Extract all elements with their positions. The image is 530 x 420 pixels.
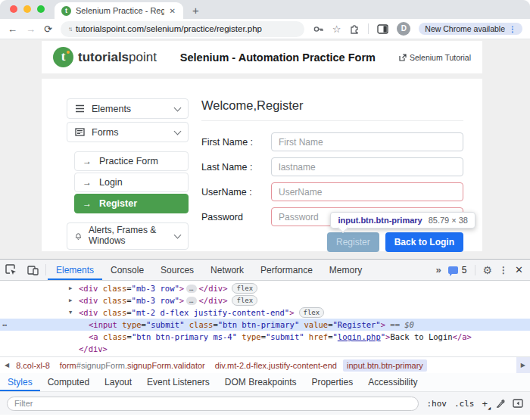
disclosure-arrow-icon[interactable]: ▶ — [69, 294, 72, 306]
issues-count[interactable]: 5 — [462, 265, 467, 275]
devtools-tab-sources[interactable]: Sources — [152, 260, 202, 280]
devtools-footer-strip — [0, 415, 530, 420]
row-overflow-icon[interactable]: ⋯ — [2, 319, 8, 331]
code-token-dots[interactable]: … — [186, 297, 196, 305]
devtools-close-icon[interactable]: ✕ — [515, 264, 523, 275]
styles-tab-dom-breakpoints[interactable]: DOM Breakpoints — [217, 373, 304, 391]
first-name-field[interactable] — [271, 132, 463, 151]
bookmark-star-icon[interactable]: ☆ — [332, 24, 341, 34]
toolbar-divider — [45, 264, 46, 275]
disclosure-arrow-icon[interactable]: ▶ — [69, 282, 72, 294]
styles-tab-computed[interactable]: Computed — [40, 373, 97, 391]
sidebar-section-elements[interactable]: Elements — [67, 98, 189, 119]
back-icon[interactable]: ← — [8, 23, 17, 35]
tooltip-selector: input.btn.btn-primary — [338, 216, 422, 225]
code-token-tag: </div> — [79, 344, 108, 353]
dom-tree-row[interactable]: ⋯<input type="submit" class="btn btn-pri… — [0, 319, 530, 331]
breadcrumb-item[interactable]: div.mt-2.d-flex.justify-content-end — [211, 359, 341, 372]
address-bar[interactable]: ↑↓ tutorialspoint.com/selenium/practice/… — [61, 21, 304, 37]
close-window-button[interactable] — [10, 5, 17, 13]
side-panel-icon[interactable] — [377, 24, 388, 34]
username-field[interactable] — [271, 182, 463, 201]
devtools-tab-console[interactable]: Console — [102, 260, 152, 280]
inspect-element-icon[interactable] — [0, 260, 22, 280]
breadcrumb-scroll-right-icon[interactable]: ▶ — [516, 357, 530, 373]
maximize-window-button[interactable] — [37, 5, 45, 13]
code-token-attr: href — [309, 332, 328, 341]
class-toggle[interactable]: .cls — [454, 399, 475, 409]
code-token-link[interactable]: login.php — [338, 332, 381, 341]
devtools-menu-icon[interactable]: ⋮ — [499, 265, 508, 275]
code-token-tag: </a> — [453, 332, 472, 341]
dom-tree-row[interactable]: ▶<div class="mb-3 row">…</div>flex — [0, 294, 530, 306]
lastname-field[interactable] — [271, 157, 463, 176]
settings-gear-icon[interactable]: ⚙ — [483, 265, 493, 275]
device-toolbar-icon[interactable] — [22, 260, 44, 280]
styles-tab-event-listeners[interactable]: Event Listeners — [139, 373, 217, 391]
back-to-login-button[interactable]: Back to Login — [385, 232, 463, 252]
form-row: Last Name : — [201, 157, 463, 176]
code-token-flex: flex — [232, 283, 257, 294]
styles-tab-accessibility[interactable]: Accessibility — [360, 373, 425, 391]
register-button[interactable]: Register — [327, 232, 379, 252]
code-token-attr: class — [189, 320, 214, 329]
sidebar-item-register[interactable]: →Register — [74, 194, 189, 213]
code-token-p: Back to Login — [390, 332, 452, 341]
tab-close-icon[interactable]: ✕ — [169, 7, 176, 15]
dom-tree-row[interactable]: ▼<div class="mt-2 d-flex justify-content… — [0, 306, 530, 319]
disclosure-arrow-icon[interactable]: ▼ — [69, 306, 72, 319]
code-token-tag: <div — [79, 308, 98, 317]
passwords-key-icon[interactable] — [313, 23, 324, 35]
update-chip-label: New Chrome available — [425, 24, 505, 33]
breadcrumb-item[interactable]: form#signupForm.signupForm.validator — [56, 359, 209, 372]
breadcrumb-item[interactable]: input.btn.btn-primary — [343, 359, 427, 372]
sidebar-section-alerts[interactable]: Alerts, Frames & Windows — [67, 222, 189, 250]
forward-icon[interactable]: → — [26, 23, 36, 35]
dom-tree-row[interactable]: </div> — [0, 343, 530, 355]
sidebar-item-practice-form[interactable]: →Practice Form — [74, 151, 189, 171]
dom-tree-row[interactable]: ▶<div class="mb-3 row">…</div>flex — [0, 282, 530, 294]
styles-tab-layout[interactable]: Layout — [97, 373, 139, 391]
site-settings-icon[interactable]: ↑↓ — [68, 26, 71, 33]
new-tab-button[interactable]: + — [183, 4, 199, 19]
breadcrumb-item[interactable]: 8.col-xl-8 — [12, 359, 54, 372]
sidebar-section-forms[interactable]: Forms — [67, 122, 189, 142]
code-token-flex: flex — [299, 307, 325, 318]
breadcrumb-scroll-left-icon[interactable]: ◀ — [2, 362, 12, 369]
reload-icon[interactable]: ⟳ — [44, 23, 52, 35]
devtools-tab-performance[interactable]: Performance — [252, 260, 321, 280]
tab-favicon-icon: t — [61, 6, 71, 16]
new-style-rule-button[interactable]: + — [482, 398, 488, 409]
styles-tab-styles[interactable]: Styles — [0, 373, 40, 391]
code-token-dots[interactable]: … — [186, 285, 196, 293]
tutorialspoint-logo-text[interactable]: tutorialspoint — [78, 50, 157, 65]
dom-tree-row[interactable]: <a class="btn btn-primary ms-4" type="su… — [0, 331, 530, 343]
extensions-icon[interactable] — [349, 23, 360, 34]
issues-bubble-icon[interactable] — [448, 266, 458, 274]
code-token-val: "Register" — [332, 320, 380, 329]
content-card: Elements Forms →Practice Form→Login→Regi… — [42, 79, 482, 251]
page-title: Selenium - Automation Practice Form — [157, 51, 399, 64]
rendering-brush-icon[interactable] — [495, 399, 505, 409]
styles-filter-input[interactable] — [7, 397, 419, 411]
devtools-tab-memory[interactable]: Memory — [321, 260, 370, 280]
more-tabs-icon[interactable]: » — [436, 264, 441, 275]
profile-avatar[interactable]: D — [397, 22, 410, 36]
url-text[interactable]: tutorialspoint.com/selenium/practice/reg… — [76, 24, 262, 33]
selenium-tutorial-link[interactable]: Selenium Tutorial — [399, 53, 471, 62]
browser-tab[interactable]: t Selenium Practice - Register ✕ — [55, 2, 183, 19]
hover-state-toggle[interactable]: :hov — [426, 399, 447, 409]
bell-icon — [75, 232, 82, 241]
divider — [201, 120, 463, 121]
devtools-tab-elements[interactable]: Elements — [48, 260, 102, 280]
sidebar-item-label: Login — [99, 177, 123, 188]
minimize-window-button[interactable] — [23, 5, 31, 13]
page-viewport: t tutorialspoint Selenium - Automation P… — [0, 39, 530, 259]
chrome-menu-icon[interactable]: ⋮ — [509, 25, 516, 33]
sidebar-item-login[interactable]: →Login — [74, 173, 189, 192]
tutorialspoint-logo-icon[interactable]: t — [53, 47, 73, 67]
update-chrome-chip[interactable]: New Chrome available ⋮ — [419, 23, 522, 35]
styles-tab-properties[interactable]: Properties — [304, 373, 361, 391]
dock-panel-icon[interactable] — [513, 399, 523, 408]
devtools-tab-network[interactable]: Network — [202, 260, 252, 280]
